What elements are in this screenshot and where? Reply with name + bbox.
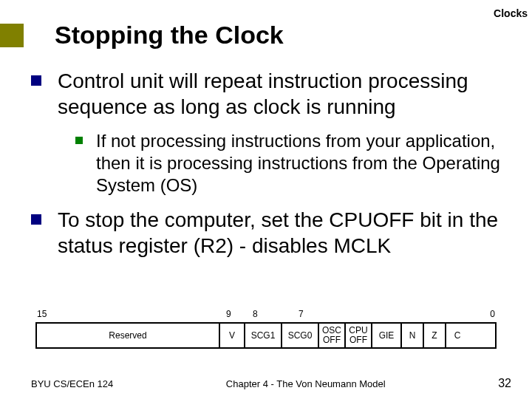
field-c: C <box>446 324 468 347</box>
topic-label: Clocks <box>494 7 528 19</box>
bit-label: 15 <box>37 309 47 319</box>
field-v: V <box>220 324 245 347</box>
field-n: N <box>402 324 424 347</box>
register-fields-row: Reserved V SCG1 SCG0 OSC OFF CPU OFF GIE… <box>35 322 497 349</box>
field-scg0: SCG0 <box>282 324 319 347</box>
footer-left: BYU CS/ECEn 124 <box>31 378 113 389</box>
field-reserved: Reserved <box>37 324 220 347</box>
bullet-text: If not processing instructions from your… <box>96 130 511 197</box>
slide: Clocks Stopping the Clock Control unit w… <box>0 0 532 399</box>
bullet-level1: Control unit will repeat instruction pro… <box>31 68 511 120</box>
status-register-diagram: 15 9 8 7 0 Reserved V SCG1 SCG0 OSC OFF … <box>35 309 497 349</box>
field-gie: GIE <box>372 324 402 347</box>
bit-index-row: 15 9 8 7 0 <box>35 309 497 321</box>
square-bullet-icon <box>31 75 41 86</box>
bullet-level1: To stop the computer, set the CPUOFF bit… <box>31 207 511 259</box>
bit-label: 8 <box>253 309 258 319</box>
bullet-text: Control unit will repeat instruction pro… <box>58 68 511 120</box>
page-title: Stopping the Clock <box>55 21 284 50</box>
bullet-text: To stop the computer, set the CPUOFF bit… <box>58 207 511 259</box>
field-z: Z <box>424 324 446 347</box>
field-cpuoff: CPU OFF <box>346 324 372 347</box>
body-content: Control unit will repeat instruction pro… <box>31 68 511 269</box>
field-scg1: SCG1 <box>245 324 282 347</box>
bit-label: 9 <box>226 309 231 319</box>
bit-label: 0 <box>490 309 495 319</box>
bit-label: 7 <box>299 309 304 319</box>
page-number: 32 <box>498 377 511 390</box>
title-accent-square <box>0 24 24 47</box>
square-bullet-icon <box>75 137 83 144</box>
footer: BYU CS/ECEn 124 Chapter 4 - The Von Neum… <box>31 377 511 390</box>
title-row: Stopping the Clock <box>0 21 284 50</box>
field-oscoff: OSC OFF <box>319 324 346 347</box>
footer-center: Chapter 4 - The Von Neumann Model <box>226 378 386 389</box>
square-bullet-icon <box>31 214 41 225</box>
bullet-level2: If not processing instructions from your… <box>75 130 511 197</box>
